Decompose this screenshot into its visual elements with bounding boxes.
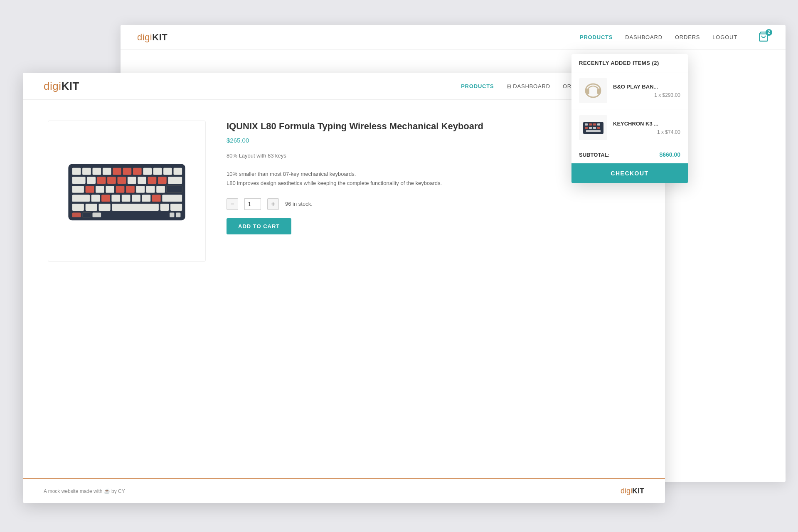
- svg-rect-8: [123, 168, 132, 175]
- svg-rect-66: [586, 130, 601, 132]
- logo-kit: KIT: [61, 80, 79, 92]
- nav-dashboard-item[interactable]: ⊞DASHBOARD: [507, 82, 550, 90]
- svg-rect-19: [128, 177, 136, 184]
- cart-item-1-name: B&O PLAY BAN...: [613, 84, 680, 90]
- dashboard-icon: ⊞: [507, 83, 512, 89]
- navbar: digiKIT PRODUCTS ⊞DASHBOARD ORDERS LOGOU…: [23, 73, 665, 100]
- svg-rect-59: [589, 123, 592, 126]
- svg-rect-4: [82, 168, 91, 175]
- cart-dropdown-header: RECENTLY ADDED ITEMS (2): [571, 54, 688, 72]
- svg-rect-22: [158, 177, 167, 184]
- bg-nav-products: PRODUCTS: [580, 34, 613, 40]
- cart-item-1-details: B&O PLAY BAN... 1 x $293.00: [613, 84, 680, 98]
- svg-rect-51: [93, 213, 101, 217]
- nav-dashboard-link[interactable]: ⊞DASHBOARD: [507, 83, 550, 89]
- svg-rect-24: [72, 186, 84, 193]
- keychron-icon: [582, 118, 605, 137]
- bg-nav-dashboard: DASHBOARD: [625, 34, 663, 40]
- cart-item-2-price: 1 x $74.00: [613, 129, 680, 135]
- quantity-row: − + 96 in stock.: [227, 198, 640, 210]
- svg-rect-39: [132, 195, 140, 202]
- svg-rect-33: [167, 186, 182, 193]
- svg-rect-6: [103, 168, 111, 175]
- cart-item-2-image: [579, 115, 607, 140]
- headphones-icon: [582, 80, 605, 101]
- svg-rect-49: [72, 213, 81, 217]
- svg-rect-58: [585, 123, 588, 126]
- cart-item-2-name: KEYCHRON K3 ...: [613, 121, 680, 127]
- svg-rect-45: [99, 204, 111, 211]
- cart-dropdown: RECENTLY ADDED ITEMS (2) B&O PLAY BAN...…: [571, 54, 688, 183]
- svg-rect-52: [170, 213, 174, 217]
- subtotal-amount: $660.00: [659, 151, 680, 158]
- svg-rect-47: [160, 204, 169, 211]
- svg-rect-21: [148, 177, 157, 184]
- svg-rect-64: [593, 127, 596, 129]
- svg-rect-34: [72, 195, 90, 202]
- main-window: digiKIT PRODUCTS ⊞DASHBOARD ORDERS LOGOU…: [23, 73, 665, 503]
- svg-rect-16: [97, 177, 106, 184]
- footer: A mock website made with ☕ by CY digiKIT: [23, 478, 665, 503]
- bg-nav-logout: LOGOUT: [712, 34, 737, 40]
- svg-rect-43: [72, 204, 84, 211]
- logo-digi: digi: [44, 80, 61, 92]
- product-image: [64, 154, 189, 229]
- quantity-decrease-button[interactable]: −: [227, 198, 238, 210]
- svg-rect-48: [170, 204, 182, 211]
- svg-rect-12: [163, 168, 172, 175]
- svg-rect-50: [82, 213, 91, 217]
- svg-rect-55: [586, 89, 589, 94]
- nav-products-item[interactable]: PRODUCTS: [461, 82, 494, 90]
- svg-rect-25: [86, 186, 94, 193]
- cart-item-2-details: KEYCHRON K3 ... 1 x $74.00: [613, 121, 680, 135]
- footer-logo-kit: KIT: [632, 487, 644, 495]
- svg-rect-36: [101, 195, 110, 202]
- svg-rect-53: [176, 213, 180, 217]
- nav-products-link[interactable]: PRODUCTS: [461, 83, 494, 89]
- svg-rect-13: [174, 168, 182, 175]
- svg-rect-15: [87, 177, 96, 184]
- bg-cart-icon[interactable]: 2: [758, 31, 769, 44]
- svg-rect-37: [111, 195, 120, 202]
- svg-rect-26: [96, 186, 104, 193]
- add-to-cart-button[interactable]: ADD TO CART: [227, 218, 291, 234]
- footer-logo: digiKIT: [621, 487, 644, 495]
- svg-rect-14: [72, 177, 86, 184]
- svg-rect-56: [597, 89, 601, 94]
- svg-rect-38: [122, 195, 131, 202]
- product-image-container: [48, 121, 206, 262]
- svg-rect-32: [156, 186, 165, 193]
- svg-rect-35: [91, 195, 100, 202]
- svg-rect-7: [113, 168, 121, 175]
- footer-logo-digi: digi: [621, 487, 632, 495]
- svg-rect-29: [126, 186, 135, 193]
- cart-subtotal-row: SUBTOTAL: $660.00: [571, 146, 688, 163]
- quantity-input[interactable]: [244, 198, 261, 210]
- checkout-button[interactable]: CHECKOUT: [571, 163, 688, 183]
- svg-rect-31: [146, 186, 155, 193]
- svg-rect-9: [133, 168, 142, 175]
- svg-rect-40: [142, 195, 151, 202]
- bg-cart-badge: 2: [766, 29, 772, 36]
- footer-text: A mock website made with ☕ by CY: [44, 488, 125, 494]
- logo-digi-text: digi: [137, 32, 152, 42]
- svg-rect-18: [118, 177, 126, 184]
- logo: digiKIT: [44, 80, 79, 93]
- product-area: IQUNIX L80 Formula Typing Wireless Mecha…: [23, 100, 665, 283]
- logo-kit-text: KIT: [152, 32, 167, 42]
- cart-item-1: B&O PLAY BAN... 1 x $293.00: [571, 72, 688, 109]
- svg-rect-5: [93, 168, 101, 175]
- svg-rect-60: [593, 123, 596, 126]
- subtotal-label: SUBTOTAL:: [579, 152, 610, 158]
- svg-rect-62: [585, 127, 588, 129]
- svg-rect-42: [162, 195, 182, 202]
- stock-text: 96 in stock.: [285, 201, 313, 207]
- svg-rect-3: [72, 168, 81, 175]
- quantity-increase-button[interactable]: +: [267, 198, 279, 210]
- svg-rect-41: [152, 195, 161, 202]
- bg-nav-orders: ORDERS: [675, 34, 700, 40]
- svg-rect-11: [153, 168, 162, 175]
- svg-rect-17: [107, 177, 116, 184]
- background-navbar: digiKIT PRODUCTS DASHBOARD ORDERS LOGOUT…: [121, 25, 786, 50]
- svg-rect-30: [136, 186, 145, 193]
